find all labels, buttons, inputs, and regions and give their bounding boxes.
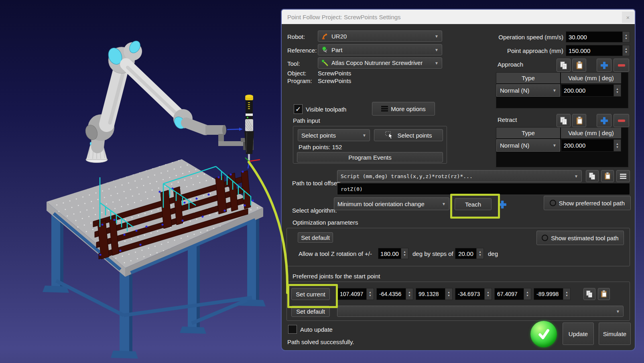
- joint-2-input[interactable]: -64.4356 ▲▼: [376, 288, 413, 300]
- spin-down-icon[interactable]: ▼: [369, 294, 372, 297]
- update-button[interactable]: Update: [563, 322, 594, 345]
- dialog-titlebar[interactable]: Point Follow Project: ScrewPoints Settin…: [282, 10, 635, 24]
- rotation-input[interactable]: 180.00 ▲▼: [378, 248, 408, 259]
- spin-down-icon[interactable]: ▼: [526, 294, 529, 297]
- teach-button[interactable]: Teach: [455, 198, 492, 210]
- spinner-arrows[interactable]: ▲▼: [366, 288, 374, 300]
- simulate-button[interactable]: Simulate: [599, 322, 631, 345]
- screwdriver-tool[interactable]: [244, 95, 260, 168]
- spinner-arrows[interactable]: ▲▼: [406, 288, 413, 300]
- show-estimated-toolpath-button[interactable]: Show estimated tool path: [536, 231, 624, 245]
- spin-up-icon[interactable]: ▲: [447, 291, 450, 294]
- spinner-arrows[interactable]: ▲▼: [614, 140, 621, 151]
- spin-down-icon[interactable]: ▼: [616, 146, 619, 149]
- add-icon: [498, 200, 507, 209]
- spin-down-icon[interactable]: ▼: [447, 294, 450, 297]
- retract-copy-button[interactable]: [557, 114, 571, 127]
- spin-down-icon[interactable]: ▼: [625, 51, 628, 54]
- approach-table[interactable]: Type Value (mm | deg) Normal (N) ▼ 200.0…: [496, 72, 628, 108]
- spin-up-icon[interactable]: ▲: [408, 291, 411, 294]
- retract-type-dropdown[interactable]: Normal (N) ▼: [496, 139, 560, 152]
- approach-remove-button[interactable]: [614, 59, 629, 72]
- tool-dropdown[interactable]: Atlas Copco Nutrunner Screwdriver ▼: [318, 57, 442, 69]
- spin-down-icon[interactable]: ▼: [565, 294, 568, 297]
- point-approach-input[interactable]: 150.000 ▲▼: [566, 45, 630, 56]
- spin-down-icon[interactable]: ▼: [479, 253, 481, 257]
- offset-menu-button[interactable]: [616, 170, 630, 182]
- spin-up-icon[interactable]: ▲: [565, 291, 568, 294]
- spin-up-icon[interactable]: ▲: [616, 142, 619, 146]
- robot-dropdown[interactable]: UR20 ▼: [318, 30, 442, 42]
- spin-up-icon[interactable]: ▲: [616, 87, 619, 91]
- joint-4-input[interactable]: -34.6973 ▲▼: [455, 288, 492, 300]
- spin-up-icon[interactable]: ▲: [625, 47, 628, 51]
- joints-preset-dropdown[interactable]: ▼: [337, 306, 624, 317]
- spinner-arrows[interactable]: ▲▼: [401, 248, 408, 259]
- retract-value-input[interactable]: 200.000 ▲▼: [561, 139, 621, 152]
- retract-title: Retract: [498, 116, 517, 123]
- teach-add-button[interactable]: [498, 200, 507, 211]
- joint-5-input[interactable]: 67.4097 ▲▼: [494, 288, 531, 300]
- spinner-arrows[interactable]: ▲▼: [476, 248, 484, 259]
- spinner-arrows[interactable]: ▲▼: [484, 288, 492, 300]
- close-icon[interactable]: ×: [622, 12, 634, 23]
- approach-paste-button[interactable]: [572, 59, 586, 72]
- spin-down-icon[interactable]: ▼: [487, 294, 490, 297]
- steps-value: 20.00: [455, 248, 476, 259]
- retract-paste-button[interactable]: [572, 114, 586, 127]
- joint-1-input[interactable]: 107.4097 ▲▼: [337, 288, 374, 300]
- joint-4-value: -34.6973: [455, 288, 484, 300]
- tool-bit: [248, 154, 250, 160]
- select-points-button[interactable]: Select points: [374, 129, 443, 141]
- spinner-arrows[interactable]: ▲▼: [622, 45, 630, 56]
- robot-value: UR20: [331, 33, 347, 40]
- spinner-arrows[interactable]: ▲▼: [524, 288, 531, 300]
- reference-dropdown[interactable]: Part ▼: [318, 44, 442, 55]
- retract-add-button[interactable]: [597, 114, 611, 127]
- offset-value-field[interactable]: rotZ(0): [337, 183, 630, 195]
- joints-paste-button[interactable]: [598, 288, 610, 300]
- approach-copy-button[interactable]: [557, 59, 571, 72]
- offset-expression-dropdown[interactable]: Script (mm,deg) transl(x,y,z)*rotz(rz)*.…: [337, 170, 582, 182]
- spin-up-icon[interactable]: ▲: [369, 291, 372, 294]
- more-options-button[interactable]: More options: [372, 102, 435, 116]
- approach-value-input[interactable]: 200.000 ▲▼: [561, 84, 621, 97]
- joint-3-input[interactable]: 99.1328 ▲▼: [416, 288, 453, 300]
- spin-up-icon[interactable]: ▲: [526, 291, 529, 294]
- optimization-set-default-button[interactable]: Set default: [298, 232, 333, 243]
- approach-add-button[interactable]: [597, 59, 611, 72]
- spin-up-icon[interactable]: ▲: [625, 34, 628, 37]
- operation-speed-input[interactable]: 30.000 ▲▼: [566, 31, 630, 43]
- spin-up-icon[interactable]: ▲: [487, 291, 490, 294]
- spinner-arrows[interactable]: ▲▼: [445, 288, 452, 300]
- path-input-mode-dropdown[interactable]: Select points ▼: [298, 129, 370, 141]
- spin-down-icon[interactable]: ▼: [408, 294, 411, 297]
- spin-up-icon[interactable]: ▲: [403, 250, 406, 253]
- retract-table[interactable]: Type Value (mm | deg) Normal (N) ▼ 200.0…: [496, 127, 628, 167]
- spinner-arrows[interactable]: ▲▼: [622, 32, 630, 42]
- show-preferred-toolpath-button[interactable]: Show preferred tool path: [544, 196, 631, 210]
- joints-set-default-button[interactable]: Set default: [291, 306, 330, 317]
- steps-input[interactable]: 20.00 ▲▼: [455, 248, 484, 259]
- algorithm-dropdown[interactable]: Minimum tool orientation change ▼: [334, 197, 449, 210]
- spinner-arrows[interactable]: ▲▼: [563, 288, 570, 300]
- reference-label: Reference:: [287, 47, 317, 54]
- robot-arm[interactable]: [83, 39, 254, 162]
- copy-icon: [586, 290, 593, 298]
- spin-down-icon[interactable]: ▼: [403, 253, 406, 257]
- spin-up-icon[interactable]: ▲: [479, 250, 481, 253]
- retract-remove-button[interactable]: [614, 114, 629, 127]
- auto-update-checkbox[interactable]: [288, 325, 297, 334]
- spinner-arrows[interactable]: ▲▼: [614, 85, 621, 96]
- paste-icon: [604, 172, 611, 180]
- offset-copy-button[interactable]: [586, 170, 599, 182]
- program-events-button[interactable]: Program Events: [297, 152, 443, 162]
- spin-down-icon[interactable]: ▼: [625, 37, 628, 40]
- joint-6-input[interactable]: -89.9998 ▲▼: [534, 288, 571, 300]
- offset-paste-button[interactable]: [601, 170, 614, 182]
- approach-type-dropdown[interactable]: Normal (N) ▼: [496, 84, 560, 97]
- joints-copy-button[interactable]: [583, 288, 595, 300]
- visible-toolpath-checkbox[interactable]: ✓: [294, 104, 303, 114]
- spin-down-icon[interactable]: ▼: [616, 91, 619, 94]
- set-current-button[interactable]: Set current: [291, 288, 330, 300]
